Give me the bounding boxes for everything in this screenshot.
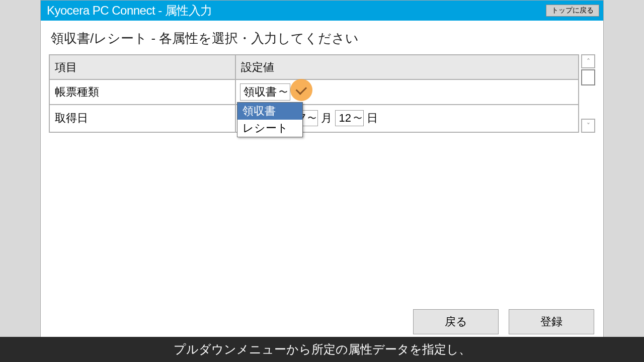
footer-buttons: 戻る 登録: [413, 309, 594, 334]
day-select[interactable]: 12 〜: [335, 110, 363, 126]
table-row: 帳票種類 領収書 〜 領収書 レシート: [49, 79, 579, 104]
chevron-down-icon: 〜: [353, 112, 362, 124]
scroll-thumb[interactable]: [581, 69, 595, 85]
title-bar: Kyocera PC Connect - 属性入力 トップに戻る: [41, 1, 603, 21]
chevron-down-icon: 〜: [307, 112, 316, 124]
column-header-value: 設定値: [235, 55, 579, 79]
doc-type-dropdown[interactable]: 領収書 レシート: [237, 102, 303, 137]
day-suffix: 日: [367, 111, 378, 126]
column-header-item: 項目: [49, 55, 235, 79]
instruction-text: 領収書/レシート - 各属性を選択・入力してください: [49, 30, 595, 47]
row-label-doc-type: 帳票種類: [49, 79, 235, 104]
month-suffix: 月: [321, 111, 332, 126]
table-row: 取得日 2023 〜 年 7 〜 月 12 〜: [49, 105, 579, 132]
row-label-date: 取得日: [49, 105, 235, 132]
attribute-table: 項目 設定値 帳票種類 領収書 〜 領収書 レシート: [49, 54, 579, 133]
register-button[interactable]: 登録: [509, 309, 594, 334]
dropdown-option-receipt[interactable]: 領収書: [237, 103, 302, 120]
chevron-down-icon: 〜: [279, 86, 288, 98]
top-return-button[interactable]: トップに戻る: [546, 5, 599, 17]
scroll-down-icon[interactable]: ˅: [581, 119, 595, 133]
content-area: 領収書/レシート - 各属性を選択・入力してください 項目 設定値 帳票種類 領…: [41, 21, 603, 133]
dropdown-option-register-receipt[interactable]: レシート: [237, 120, 302, 137]
caption-text: プルダウンメニューから所定の属性データを指定し、: [174, 341, 471, 357]
app-title: Kyocera PC Connect - 属性入力: [47, 3, 212, 19]
doc-type-selected: 領収書: [244, 84, 277, 100]
dialog-window: Kyocera PC Connect - 属性入力 トップに戻る 領収書/レシー…: [40, 0, 604, 342]
video-caption: プルダウンメニューから所定の属性データを指定し、: [0, 337, 644, 362]
vertical-scrollbar[interactable]: ˄ ˅: [581, 54, 595, 133]
doc-type-select[interactable]: 領収書 〜: [240, 83, 290, 101]
attribute-table-wrap: 項目 設定値 帳票種類 領収書 〜 領収書 レシート: [49, 54, 595, 133]
day-value: 12: [339, 112, 351, 125]
back-button[interactable]: 戻る: [413, 309, 499, 334]
row-value-doc-type: 領収書 〜 領収書 レシート: [235, 79, 579, 104]
highlight-marker-icon: [290, 79, 312, 101]
scroll-up-icon[interactable]: ˄: [581, 54, 595, 68]
